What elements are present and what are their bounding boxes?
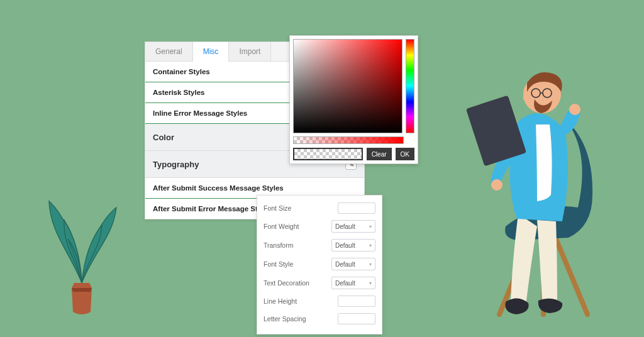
letter-spacing-label: Letter Spacing xyxy=(264,315,334,323)
svg-point-4 xyxy=(569,104,580,115)
font-size-input[interactable] xyxy=(338,202,375,214)
clear-button[interactable]: Clear xyxy=(367,148,392,160)
svg-point-10 xyxy=(523,96,528,101)
font-style-select[interactable]: Default▾ xyxy=(331,258,375,270)
chevron-down-icon: ▾ xyxy=(369,243,372,248)
person-illustration xyxy=(443,38,631,327)
plant-illustration xyxy=(38,176,126,321)
font-weight-select[interactable]: Default▾ xyxy=(331,220,375,233)
color-picker: Clear OK xyxy=(289,35,418,164)
letter-spacing-input[interactable] xyxy=(338,313,375,324)
transform-label: Transform xyxy=(264,241,328,249)
color-preview-swatch xyxy=(293,148,363,160)
font-weight-label: Font Weight xyxy=(264,223,328,230)
tab-misc[interactable]: Misc xyxy=(193,42,230,62)
saturation-value-area[interactable] xyxy=(293,39,402,133)
text-decoration-select[interactable]: Default▾ xyxy=(331,277,375,289)
typography-popup: Font Size Font Weight Default▾ Transform… xyxy=(257,195,382,334)
chevron-down-icon: ▾ xyxy=(369,262,372,267)
font-size-label: Font Size xyxy=(264,204,334,212)
svg-point-3 xyxy=(491,179,502,191)
chevron-down-icon: ▾ xyxy=(369,280,372,286)
chevron-down-icon: ▾ xyxy=(369,224,372,229)
section-color-label: Color xyxy=(153,133,174,142)
hue-slider[interactable] xyxy=(406,39,414,133)
tab-import[interactable]: Import xyxy=(229,42,271,61)
ok-button[interactable]: OK xyxy=(396,148,414,160)
transform-select[interactable]: Default▾ xyxy=(331,239,375,251)
tab-general[interactable]: General xyxy=(145,42,193,61)
text-decoration-label: Text Decoration xyxy=(264,279,328,287)
alpha-slider[interactable] xyxy=(293,136,404,144)
line-height-label: Line Height xyxy=(264,297,334,305)
section-typography-label: Typography xyxy=(153,160,199,169)
font-style-label: Font Style xyxy=(264,260,328,268)
line-height-input[interactable] xyxy=(338,296,375,307)
